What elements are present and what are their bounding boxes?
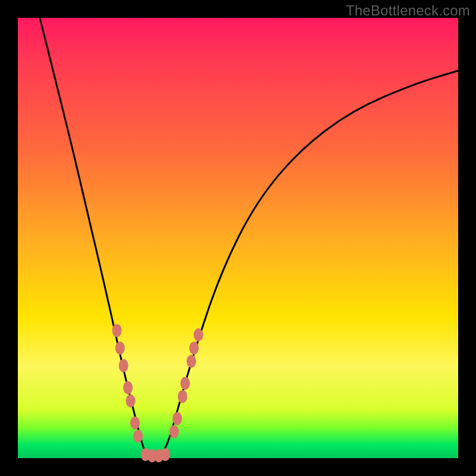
chart-frame: TheBottleneck.com — [0, 0, 476, 476]
data-marker — [180, 377, 190, 390]
watermark-text: TheBottleneck.com — [346, 2, 470, 19]
curve-path — [40, 18, 458, 458]
data-marker — [112, 324, 122, 337]
data-marker — [187, 355, 196, 368]
data-marker — [178, 390, 187, 403]
data-marker — [126, 394, 135, 408]
data-marker — [173, 412, 182, 425]
plot-area — [18, 18, 458, 458]
data-marker — [161, 448, 170, 461]
data-marker — [133, 430, 143, 443]
data-marker — [189, 342, 199, 355]
data-marker — [119, 359, 129, 372]
chart-svg — [18, 18, 458, 458]
data-marker — [123, 381, 133, 394]
data-marker — [115, 342, 125, 355]
data-marker — [170, 425, 179, 439]
marker-group — [112, 324, 203, 462]
data-marker — [193, 328, 203, 342]
data-marker — [130, 416, 140, 430]
